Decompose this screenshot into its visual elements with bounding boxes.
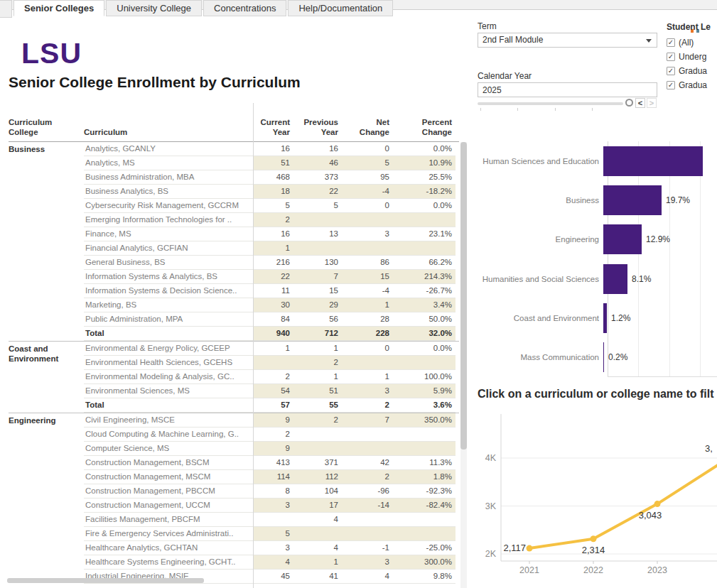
table-row[interactable]: Cloud Computing & Machine Learning, G..2 — [84, 428, 455, 442]
table-row[interactable]: Information Systems & Analytics, BS22715… — [84, 270, 455, 284]
table-row[interactable]: Environmental Health Sciences, GCEHS2 — [84, 356, 455, 370]
tab-university-college[interactable]: University College — [106, 0, 202, 16]
table-row[interactable]: Civil Engineering, MSCE927350.0% — [84, 413, 455, 428]
header-net-change[interactable]: Net Change — [342, 117, 393, 137]
bar-category-label[interactable]: Business — [478, 196, 603, 205]
vertical-scrollbar-thumb[interactable] — [460, 142, 467, 450]
curriculum-cell[interactable]: General Business, BS — [84, 256, 253, 269]
curriculum-cell[interactable]: Construction Management, BSCM — [84, 456, 253, 469]
header-curriculum[interactable]: Curriculum — [84, 127, 253, 137]
header-curriculum-college[interactable]: Curriculum College — [9, 117, 84, 137]
table-row[interactable]: Emerging Information Technologies for ..… — [84, 213, 455, 227]
table-row[interactable]: Construction Management, BSCM4133714211.… — [84, 456, 455, 470]
bar-category-label[interactable]: Human Sciences and Education — [478, 157, 603, 165]
curriculum-cell[interactable]: Public Administration, MPA — [84, 312, 253, 326]
term-dropdown[interactable]: 2nd Fall Module — [478, 33, 657, 48]
table-row[interactable]: Environmental Sciences, MS545135.9% — [84, 384, 455, 398]
table-row[interactable]: Total94071222832.0% — [84, 327, 455, 341]
curriculum-cell[interactable]: Healthcare Systems Engineering, GCHT.. — [84, 555, 253, 569]
table-row[interactable]: Construction Management, PBCCM8104-96-92… — [84, 484, 455, 499]
slider-previous-button[interactable]: < — [635, 98, 645, 108]
curriculum-cell[interactable]: Total — [84, 327, 253, 340]
curriculum-cell[interactable]: Computer Science, MS — [84, 442, 253, 455]
tab-concentrations[interactable]: Concentrations — [203, 0, 286, 16]
table-row[interactable]: Financial Analytics, GCFIAN1 — [84, 241, 455, 256]
bar[interactable] — [603, 185, 662, 215]
table-row[interactable]: Computer Science, MS9 — [84, 442, 455, 456]
curriculum-cell[interactable]: Analytics, MS — [84, 156, 253, 170]
bar-category-label[interactable]: Coast and Environment — [478, 314, 603, 322]
table-row[interactable]: Cybersecurity Risk Management, GCCRM5500… — [84, 199, 455, 213]
enrollment-trend-line-chart[interactable]: 2K3K4K2021202220232,1172,3143,0433, — [478, 408, 717, 588]
curriculum-cell[interactable]: Finance, MS — [84, 227, 253, 241]
curriculum-cell[interactable]: Facilities Management, PBCFM — [84, 513, 253, 526]
checkbox-checked-icon[interactable]: ✓ — [667, 67, 675, 75]
curriculum-cell[interactable]: Business Analytics, BS — [84, 185, 253, 198]
curriculum-cell[interactable]: Fire & Emergency Services Administrati.. — [84, 527, 253, 540]
college-name-cell[interactable]: Coast and Environment — [9, 342, 84, 413]
bar-category-label[interactable]: Mass Communication — [478, 353, 603, 361]
header-previous-year[interactable]: Previous Year — [293, 117, 342, 137]
table-row[interactable]: Finance, MS1613323.1% — [84, 227, 455, 241]
curriculum-cell[interactable]: Analytics, GCANLY — [84, 142, 253, 156]
curriculum-cell[interactable]: Environmental Modeling & Analysis, GC.. — [84, 370, 253, 383]
slider-next-button[interactable]: > — [647, 98, 657, 108]
table-row[interactable]: Environmental & Energy Policy, GCEEP1100… — [84, 342, 455, 356]
curriculum-cell[interactable]: Information Systems & Decision Science.. — [84, 284, 253, 298]
table-row[interactable]: Healthcare Analytics, GCHTAN34-1-25.0% — [84, 541, 455, 555]
curriculum-cell[interactable]: Construction Management, UCCM — [84, 499, 253, 512]
calendar-year-input[interactable] — [478, 82, 657, 97]
checkbox-checked-icon[interactable]: ✓ — [667, 53, 675, 61]
table-row[interactable]: Facilities Management, PBCFM4 — [84, 513, 455, 527]
header-percent-change[interactable]: Percent Change — [393, 117, 455, 137]
curriculum-cell[interactable]: Environmental Sciences, MS — [84, 384, 253, 398]
curriculum-cell[interactable]: Financial Analytics, GCFIAN — [84, 241, 253, 255]
calendar-year-slider-handle[interactable] — [625, 99, 633, 107]
curriculum-cell[interactable]: Emerging Information Technologies for .. — [84, 213, 253, 227]
table-row[interactable]: Fire & Emergency Services Administrati..… — [84, 527, 455, 541]
table-row[interactable]: Business Analytics, BS1822-4-18.2% — [84, 185, 455, 199]
table-row[interactable]: Total575523.6% — [84, 398, 455, 413]
curriculum-cell[interactable]: Civil Engineering, MSCE — [84, 413, 253, 427]
curriculum-cell[interactable]: Cybersecurity Risk Management, GCCRM — [84, 199, 253, 212]
table-row[interactable]: Analytics, GCANLY161600.0% — [84, 142, 455, 156]
student-level-option[interactable]: ✓Gradua — [667, 64, 717, 78]
calendar-year-slider-track[interactable] — [478, 102, 623, 105]
table-row[interactable]: Construction Management, UCCM317-14-82.4… — [84, 499, 455, 513]
curriculum-cell[interactable]: Business Administration, MBA — [84, 170, 253, 184]
horizontal-scrollbar-thumb[interactable] — [7, 578, 204, 583]
bar-category-label[interactable]: Humanities and Social Sciences — [478, 275, 603, 283]
table-row[interactable]: General Business, BS2161308666.2% — [84, 256, 455, 270]
tab-senior-colleges[interactable]: Senior Colleges — [14, 0, 104, 16]
curriculum-cell[interactable]: Healthcare Analytics, GCHTAN — [84, 541, 253, 555]
table-row[interactable]: Environmental Modeling & Analysis, GC..2… — [84, 370, 455, 384]
curriculum-cell[interactable]: Environmental & Energy Policy, GCEEP — [84, 342, 253, 355]
table-row[interactable]: Business Administration, MBA4683739525.5… — [84, 170, 455, 185]
checkbox-checked-icon[interactable]: ✓ — [667, 38, 675, 47]
header-current-year[interactable]: Current Year — [253, 117, 293, 137]
table-row[interactable]: Construction Management, MSCM11411221.8% — [84, 470, 455, 484]
bar[interactable] — [603, 342, 604, 372]
table-row[interactable]: Public Administration, MPA84562850.0% — [84, 312, 455, 327]
tab-help-documentation[interactable]: Help/Documentation — [288, 0, 393, 16]
bar[interactable] — [603, 146, 703, 176]
bar-category-label[interactable]: Engineering — [478, 235, 603, 244]
bar[interactable] — [603, 224, 642, 254]
student-level-option[interactable]: ✓Gradua — [667, 78, 717, 92]
college-name-cell[interactable]: Business — [9, 142, 84, 341]
curriculum-cell[interactable]: Information Systems & Analytics, BS — [84, 270, 253, 283]
curriculum-cell[interactable]: Construction Management, MSCM — [84, 470, 253, 484]
curriculum-cell[interactable]: Total — [84, 398, 253, 412]
checkbox-checked-icon[interactable]: ✓ — [667, 81, 675, 89]
table-row[interactable]: Information Systems & Decision Science..… — [84, 284, 455, 298]
table-row[interactable]: Analytics, MS5146510.9% — [84, 156, 455, 170]
curriculum-cell[interactable]: Cloud Computing & Machine Learning, G.. — [84, 428, 253, 441]
curriculum-cell[interactable]: Marketing, BS — [84, 298, 253, 312]
table-vertical-scrollbar[interactable] — [460, 142, 467, 588]
bar[interactable] — [603, 264, 627, 294]
student-level-option[interactable]: ✓(All) — [667, 36, 717, 50]
student-level-option[interactable]: ✓Underg — [667, 50, 717, 64]
curriculum-cell[interactable]: Construction Management, PBCCM — [84, 484, 253, 498]
college-name-cell[interactable]: Engineering — [9, 413, 84, 584]
curriculum-cell[interactable]: Environmental Health Sciences, GCEHS — [84, 356, 253, 369]
